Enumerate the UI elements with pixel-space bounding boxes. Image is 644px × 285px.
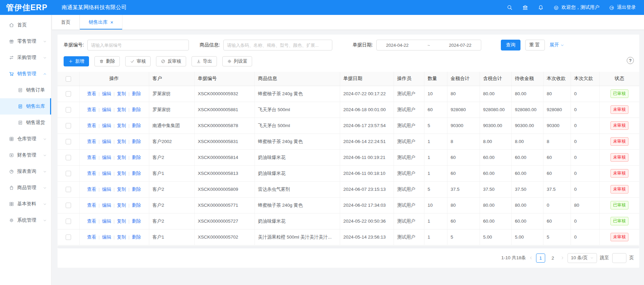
search-icon[interactable]	[507, 4, 513, 11]
action-copy[interactable]: 复制	[117, 202, 126, 208]
action-delete[interactable]: 删除	[132, 170, 141, 177]
page-size-select[interactable]: 10 条/页	[568, 253, 597, 263]
row-checkbox[interactable]	[66, 235, 71, 240]
sidebar-item-warehouse-mgmt[interactable]: 仓库管理	[0, 131, 51, 147]
help-icon[interactable]: ?	[627, 57, 634, 64]
action-view[interactable]: 查看	[87, 170, 96, 177]
horizontal-scrollbar[interactable]	[58, 246, 639, 248]
row-checkbox[interactable]	[66, 91, 71, 97]
row-checkbox[interactable]	[66, 187, 71, 192]
search-button[interactable]: 查询	[501, 40, 520, 50]
action-copy[interactable]: 复制	[117, 139, 126, 145]
tab-close-icon[interactable]: ×	[110, 20, 113, 25]
row-checkbox[interactable]	[66, 107, 71, 113]
sidebar-item-report-query[interactable]: 报表查询	[0, 163, 51, 180]
action-edit[interactable]: 编辑	[102, 139, 111, 145]
action-edit[interactable]: 编辑	[102, 186, 111, 192]
action-delete[interactable]: 删除	[132, 107, 141, 113]
action-copy[interactable]: 复制	[117, 218, 126, 224]
row-checkbox[interactable]	[66, 155, 71, 160]
action-view[interactable]: 查看	[87, 186, 96, 192]
home-portal-icon[interactable]	[522, 4, 528, 11]
sidebar-item-finance-mgmt[interactable]: 财务管理	[0, 147, 51, 163]
action-delete[interactable]: 删除	[132, 123, 141, 129]
action-edit[interactable]: 编辑	[102, 202, 111, 208]
add-button[interactable]: 新增	[64, 56, 89, 66]
column-settings-button[interactable]: 列设置	[222, 56, 252, 66]
sidebar-item-sales-mgmt[interactable]: 销售管理	[0, 66, 51, 82]
action-view[interactable]: 查看	[87, 91, 96, 97]
tab-sales-outbound[interactable]: 销售出库 ×	[80, 15, 123, 29]
row-checkbox[interactable]	[66, 123, 71, 128]
action-edit[interactable]: 编辑	[102, 218, 111, 224]
select-all-checkbox[interactable]	[66, 76, 71, 82]
action-copy[interactable]: 复制	[117, 91, 126, 97]
tab-home[interactable]: 首页	[52, 15, 80, 29]
action-edit[interactable]: 编辑	[102, 123, 111, 129]
date-end[interactable]: 2024-07-22	[449, 43, 471, 48]
date-range-picker[interactable]: 2024-04-22 ~ 2024-07-22	[376, 40, 481, 50]
jump-page-input[interactable]	[612, 253, 626, 263]
sidebar-item-purchase-mgmt[interactable]: 采购管理	[0, 49, 51, 66]
delete-button[interactable]: 删除	[94, 56, 120, 66]
sidebar-item-retail-mgmt[interactable]: 零售管理	[0, 33, 51, 49]
action-delete[interactable]: 删除	[132, 218, 141, 224]
action-view[interactable]: 查看	[87, 202, 96, 208]
sidebar-item-sales-return[interactable]: 销售退货	[0, 115, 51, 131]
reset-button[interactable]: 重置	[525, 40, 545, 50]
divider: |	[113, 107, 114, 112]
action-view[interactable]: 查看	[87, 234, 96, 240]
bill-no-input[interactable]	[87, 40, 189, 50]
action-copy[interactable]: 复制	[117, 107, 126, 113]
action-view[interactable]: 查看	[87, 218, 96, 224]
action-copy[interactable]: 复制	[117, 170, 126, 177]
action-delete[interactable]: 删除	[132, 155, 141, 161]
sidebar-item-sales-order[interactable]: 销售订单	[0, 82, 51, 98]
action-view[interactable]: 查看	[87, 139, 96, 145]
logout-button[interactable]: 退出登录	[609, 4, 636, 11]
action-edit[interactable]: 编辑	[102, 107, 111, 113]
gift-icon	[9, 39, 14, 44]
sidebar-item-sales-outbound[interactable]: 销售出库	[0, 98, 51, 115]
sidebar-item-home[interactable]: 首页	[0, 17, 51, 33]
action-copy[interactable]: 复制	[117, 186, 126, 192]
unaudit-button[interactable]: 反审核	[156, 56, 186, 66]
row-checkbox[interactable]	[66, 171, 71, 176]
action-edit[interactable]: 编辑	[102, 170, 111, 177]
action-view[interactable]: 查看	[87, 155, 96, 161]
goods-input[interactable]	[223, 40, 332, 50]
notification-bell-icon[interactable]	[538, 4, 544, 11]
page-number-2[interactable]: 2	[548, 253, 557, 263]
export-button[interactable]: 导出	[192, 56, 217, 66]
sidebar-item-basic-data[interactable]: 基本资料	[0, 196, 51, 212]
sidebar-item-label: 仓库管理	[17, 136, 36, 142]
action-edit[interactable]: 编辑	[102, 234, 111, 240]
action-view[interactable]: 查看	[87, 123, 96, 129]
prev-page-button[interactable]	[529, 256, 533, 260]
action-copy[interactable]: 复制	[117, 234, 126, 240]
action-delete[interactable]: 删除	[132, 202, 141, 208]
tab-label: 销售出库	[89, 19, 108, 25]
row-checkbox[interactable]	[66, 219, 71, 224]
next-page-button[interactable]	[560, 256, 564, 260]
date-start[interactable]: 2024-04-22	[386, 43, 409, 48]
action-edit[interactable]: 编辑	[102, 155, 111, 161]
action-delete[interactable]: 删除	[132, 234, 141, 240]
page-number-1[interactable]: 1	[536, 253, 545, 263]
action-edit[interactable]: 编辑	[102, 91, 111, 97]
expand-filters-link[interactable]: 展开	[550, 42, 564, 48]
audit-button[interactable]: 审核	[125, 56, 151, 66]
sidebar-item-goods-mgmt[interactable]: 商品管理	[0, 180, 51, 196]
cell-qty: 5	[424, 118, 447, 134]
sidebar-item-system-mgmt[interactable]: 系统管理	[0, 212, 51, 228]
action-view[interactable]: 查看	[87, 107, 96, 113]
row-checkbox[interactable]	[66, 203, 71, 208]
action-copy[interactable]: 复制	[117, 155, 126, 161]
action-copy[interactable]: 复制	[117, 123, 126, 129]
table-row: 查看|编辑|复制|删除客户2XSCK00000005809雷达杀虫气雾剂2024…	[58, 181, 639, 197]
row-checkbox[interactable]	[66, 139, 71, 144]
action-delete[interactable]: 删除	[132, 186, 141, 192]
action-delete[interactable]: 删除	[132, 91, 141, 97]
cell-bill-no: XSCK00000005814	[194, 149, 254, 165]
action-delete[interactable]: 删除	[132, 139, 141, 145]
